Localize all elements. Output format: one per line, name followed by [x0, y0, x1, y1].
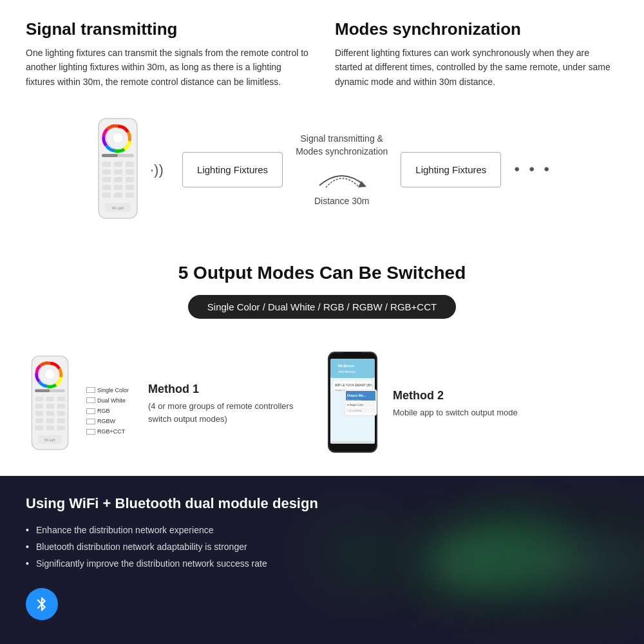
phone-mockup: Mi-Boxer Add devices WIFI & TUYA SMART (…	[325, 351, 380, 457]
svg-rect-13	[126, 177, 134, 182]
svg-rect-35	[35, 411, 43, 416]
modes-body: Different lighting fixtures can work syn…	[335, 46, 618, 89]
svg-rect-8	[102, 169, 111, 175]
feature-modes: Modes synchronization Different lighting…	[335, 19, 618, 89]
method-2-text: Method 2 Mobile app to switch output mod…	[393, 389, 518, 419]
svg-rect-15	[114, 185, 122, 190]
wifi-title: Using WiFi + Bluetooth dual module desig…	[26, 495, 618, 512]
svg-rect-6	[114, 162, 122, 167]
section-methods: Mi-Light Single Color Dual White RGB RGB…	[0, 332, 644, 476]
method-2-title: Method 2	[393, 389, 518, 402]
svg-rect-28	[35, 389, 50, 392]
method-1-title: Method 1	[148, 383, 306, 396]
svg-rect-5	[102, 162, 111, 167]
feature-signal: Signal transmitting One lighting fixture…	[26, 19, 309, 89]
bluetooth-icon	[26, 588, 58, 620]
svg-text:Single Color: Single Color	[347, 399, 361, 402]
svg-rect-18	[114, 193, 122, 198]
diagram-center-label-bottom: Distance 30m	[314, 196, 370, 206]
diagram-center-label-top: Signal transmitting &Modes synchronizati…	[296, 133, 388, 158]
svg-rect-34	[57, 404, 65, 409]
diagram-center: Signal transmitting &Modes synchronizati…	[296, 133, 388, 206]
svg-rect-11	[102, 177, 111, 182]
remote-control-image: Mi-Light	[92, 115, 144, 224]
section-wifi-bluetooth: Using WiFi + Bluetooth dual module desig…	[0, 476, 644, 644]
signal-body: One lighting fixtures can transmit the s…	[26, 46, 309, 89]
svg-point-26	[45, 369, 55, 379]
method-1-text: Method 1 (4 or more groups of remote con…	[148, 383, 306, 425]
method-1-remote: Mi-Light Single Color Dual White RGB RGB…	[26, 353, 77, 455]
svg-text:·)): ·))	[150, 162, 164, 178]
svg-rect-29	[35, 396, 43, 401]
modes-badge: Single Color / Dual White / RGB / RGBW /…	[188, 295, 456, 319]
svg-text:Add devices: Add devices	[338, 370, 356, 374]
svg-text:Mi-Light: Mi-Light	[44, 439, 55, 442]
wifi-bullets: Enhance the distribution network experie…	[26, 525, 618, 569]
svg-rect-30	[46, 396, 54, 401]
modes-title: Modes synchronization	[335, 19, 618, 39]
svg-rect-12	[114, 177, 122, 182]
wifi-bullet-1: Enhance the distribution network experie…	[26, 525, 618, 535]
svg-rect-7	[126, 162, 134, 167]
method-1-desc: (4 or more groups of remote controllers …	[148, 400, 306, 425]
svg-rect-36	[46, 411, 54, 416]
more-fixtures-dots: • • •	[514, 160, 552, 178]
wifi-bullet-2: Bluetooth distribution network adaptabil…	[26, 542, 618, 552]
signal-waves-icon: ·))	[150, 156, 173, 182]
svg-rect-39	[46, 418, 54, 423]
svg-rect-42	[46, 425, 54, 430]
svg-rect-41	[35, 425, 43, 430]
svg-rect-9	[114, 169, 122, 175]
method-2-block: Mi-Boxer Add devices WIFI & TUYA SMART (…	[325, 351, 605, 457]
svg-rect-63	[330, 441, 375, 444]
svg-rect-49	[330, 359, 375, 378]
svg-text:Output Mo...: Output Mo...	[347, 393, 366, 397]
method-1-block: Mi-Light Single Color Dual White RGB RGB…	[26, 353, 306, 455]
svg-text:● Single Color: ● Single Color	[347, 403, 364, 406]
wifi-content: Using WiFi + Bluetooth dual module desig…	[26, 495, 618, 620]
method-2-desc: Mobile app to switch output mode	[393, 406, 518, 419]
output-modes-title: 5 Output Modes Can Be Switched	[26, 263, 618, 283]
fixture-box-2: Lighting Fixtures	[401, 152, 501, 187]
svg-rect-31	[57, 396, 65, 401]
signal-title: Signal transmitting	[26, 19, 309, 39]
section-features: Signal transmitting One lighting fixture…	[0, 0, 644, 102]
svg-rect-37	[57, 411, 65, 416]
svg-rect-40	[57, 418, 65, 423]
svg-rect-32	[35, 404, 43, 409]
svg-text:Mi-Light: Mi-Light	[112, 206, 124, 210]
svg-rect-10	[126, 169, 134, 175]
svg-point-2	[113, 133, 123, 143]
svg-rect-48	[343, 352, 362, 357]
wifi-bullet-3: Significantly improve the distribution n…	[26, 558, 618, 569]
section-output-modes: 5 Output Modes Can Be Switched Single Co…	[0, 243, 644, 332]
svg-text:WIFI & TUYA SMART (BY...: WIFI & TUYA SMART (BY...	[335, 383, 374, 387]
svg-rect-33	[46, 404, 54, 409]
svg-rect-43	[57, 425, 65, 430]
svg-text:Mi-Boxer: Mi-Boxer	[338, 364, 355, 368]
svg-rect-38	[35, 418, 43, 423]
fixture-box-1: Lighting Fixtures	[182, 152, 283, 187]
svg-rect-4	[102, 154, 118, 157]
svg-rect-17	[102, 193, 111, 198]
svg-text:○ Dual White: ○ Dual White	[347, 409, 363, 412]
svg-rect-14	[102, 185, 111, 190]
section-diagram: Mi-Light ·)) Lighting Fixtures Signal tr…	[0, 102, 644, 243]
svg-rect-16	[126, 185, 134, 190]
svg-rect-19	[126, 193, 134, 198]
